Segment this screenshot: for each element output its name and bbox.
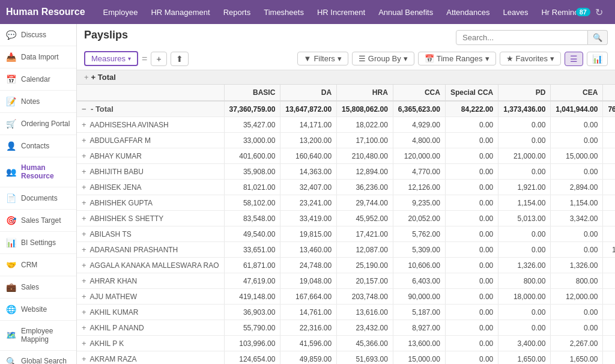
row-expand-icon[interactable]: + <box>82 308 86 317</box>
row-value-5: 0.00 <box>498 242 551 258</box>
table-row[interactable]: +ADARASANI PRASHANTH33,651.0013,460.0012… <box>77 242 615 258</box>
filters-chevron-icon: ▾ <box>338 54 342 63</box>
payslips-table-wrapper[interactable]: BASIC DA HRA CCA Special CCA PD CEA CSA … <box>77 85 615 364</box>
nav-employee[interactable]: Employee <box>97 5 144 19</box>
row-value-7: 0.00 <box>603 258 615 273</box>
search-button[interactable]: 🔍 <box>588 30 608 45</box>
row-expand-icon[interactable]: + <box>82 120 86 129</box>
row-value-6: 2,894.00 <box>551 180 603 195</box>
global-search-icon: 🔍 <box>6 357 16 364</box>
grand-total-collapse-icon[interactable]: − <box>82 105 86 114</box>
time-ranges-button[interactable]: 📅 Time Ranges ▾ <box>418 52 496 65</box>
sidebar-item-sales-target[interactable]: 🎯 Sales Target <box>0 210 76 232</box>
row-employee-name: +ADARASANI PRASHANTH <box>77 242 224 258</box>
row-value-0: 47,619.00 <box>224 273 280 289</box>
row-value-6: 1,650.00 <box>551 351 603 365</box>
nav-annual-benefits[interactable]: Annual Benefits <box>372 5 439 19</box>
filters-button[interactable]: ▼ Filters ▾ <box>297 52 348 65</box>
sidebar-item-sales[interactable]: 💼 Sales <box>0 276 76 299</box>
row-expand-icon[interactable]: + <box>82 339 86 348</box>
row-expand-icon[interactable]: + <box>82 151 86 160</box>
table-row[interactable]: +ABHAY KUMAR401,600.00160,640.00210,480.… <box>77 148 615 164</box>
table-row[interactable]: +ABDULGAFFAR M33,000.0013,200.0017,100.0… <box>77 133 615 148</box>
nav-reports[interactable]: Reports <box>217 5 257 19</box>
upload-button[interactable]: ⬆ <box>171 52 189 66</box>
sidebar-item-calendar[interactable]: 📅 Calendar <box>0 68 76 91</box>
chart-view-button[interactable]: 📊 <box>587 52 608 66</box>
row-expand-icon[interactable]: + <box>82 245 86 254</box>
table-row[interactable]: +AKHIL P ANAND55,790.0022,316.0023,432.0… <box>77 320 615 336</box>
row-expand-icon[interactable]: + <box>82 292 86 301</box>
row-value-2: 29,744.00 <box>337 195 393 211</box>
sidebar-item-human-resource[interactable]: 👥 Human Resource <box>0 157 76 187</box>
row-expand-icon[interactable]: + <box>82 136 86 145</box>
row-expand-icon[interactable]: + <box>82 354 86 363</box>
row-value-6: 12,000.00 <box>551 289 603 305</box>
nav-timesheets[interactable]: Timesheets <box>258 5 310 19</box>
nav-hr-management[interactable]: HR Management <box>145 5 216 19</box>
row-expand-icon[interactable]: + <box>82 276 86 285</box>
sidebar-item-notes[interactable]: 📝 Notes <box>0 91 76 113</box>
col-header-basic: BASIC <box>224 85 280 101</box>
grand-total-pd: 1,373,436.00 <box>498 101 551 117</box>
table-row[interactable]: +ABHISHEK S SHETTY83,548.0033,419.0045,9… <box>77 211 615 226</box>
table-row[interactable]: +ABHISHEK GUPTA58,102.0023,241.0029,744.… <box>77 195 615 211</box>
nav-hr-reminder[interactable]: Hr Reminder <box>535 5 575 19</box>
row-value-2: 25,190.00 <box>337 258 393 273</box>
table-row[interactable]: +ABILASH TS49,540.0019,815.0017,421.005,… <box>77 226 615 242</box>
group-by-button[interactable]: ☰ Group By ▾ <box>352 52 414 65</box>
grand-total-label: − - Total <box>77 101 224 117</box>
sidebar-item-bi-settings[interactable]: 📊 BI Settings <box>0 232 76 254</box>
row-value-6: 0.00 <box>551 305 603 320</box>
sidebar-item-data-import[interactable]: 📥 Data Import <box>0 46 76 68</box>
refresh-icon[interactable]: ↻ <box>595 7 603 18</box>
notification-badge[interactable]: 87 <box>576 8 590 16</box>
sidebar-item-documents[interactable]: 📄 Documents <box>0 187 76 210</box>
table-row[interactable]: +AHRAR KHAN47,619.0019,048.0020,157.006,… <box>77 273 615 289</box>
table-row[interactable]: +AADHISESHA AVINASH35,427.0014,171.0018,… <box>77 117 615 133</box>
nav-leaves[interactable]: Leaves <box>497 5 535 19</box>
nav-hr-increment[interactable]: HR Increment <box>311 5 371 19</box>
sidebar-item-website[interactable]: 🌐 Website <box>0 299 76 321</box>
measures-button[interactable]: Measures ▾ <box>84 51 138 66</box>
table-row[interactable]: +ABHIJITH BABU35,908.0014,363.0012,894.0… <box>77 164 615 180</box>
row-expand-icon[interactable]: + <box>82 323 86 332</box>
sidebar-item-contacts[interactable]: 👤 Contacts <box>0 135 76 157</box>
row-expand-icon[interactable]: + <box>82 261 86 270</box>
row-expand-icon[interactable]: + <box>82 214 86 223</box>
list-view-button[interactable]: ☰ <box>565 52 583 66</box>
row-expand-icon[interactable]: + <box>82 229 86 238</box>
sidebar-item-employee-mapping[interactable]: 🗺️ Employee Mapping <box>0 321 76 351</box>
row-expand-icon[interactable]: + <box>82 167 86 176</box>
sidebar-item-discuss[interactable]: 💬 Discuss <box>0 24 76 46</box>
row-value-0: 58,102.00 <box>224 195 280 211</box>
nav-attendances[interactable]: Attendances <box>440 5 495 19</box>
table-row[interactable]: +AGGALA KANAKA MALLESWARA RAO61,871.0024… <box>77 258 615 273</box>
row-value-3: 4,929.00 <box>393 117 445 133</box>
table-row[interactable]: +AJU MATHEW419,148.00167,664.00203,748.0… <box>77 289 615 305</box>
table-row[interactable]: +AKHIL KUMAR36,903.0014,761.0013,616.005… <box>77 305 615 320</box>
row-value-1: 22,316.00 <box>280 320 337 336</box>
row-employee-name: +AGGALA KANAKA MALLESWARA RAO <box>77 258 224 273</box>
row-expand-icon[interactable]: + <box>82 183 86 192</box>
favorites-button[interactable]: ★ Favorites ▾ <box>500 52 561 65</box>
add-measure-button[interactable]: + <box>151 52 166 66</box>
group-by-icon: ☰ <box>359 54 366 63</box>
search-input[interactable] <box>456 30 588 45</box>
row-value-6: 2,267.00 <box>551 336 603 351</box>
table-row[interactable]: +AKHIL P K103,996.0041,596.0045,366.0013… <box>77 336 615 351</box>
sidebar-item-ordering-portal[interactable]: 🛒 Ordering Portal <box>0 113 76 135</box>
row-value-1: 41,596.00 <box>280 336 337 351</box>
row-value-0: 81,021.00 <box>224 180 280 195</box>
row-value-1: 24,748.00 <box>280 258 337 273</box>
table-row[interactable]: +AKRAM RAZA124,654.0049,859.0051,693.001… <box>77 351 615 365</box>
row-value-0: 33,000.00 <box>224 133 280 148</box>
sidebar-item-global-search[interactable]: 🔍 Global Search <box>0 351 76 364</box>
row-expand-icon[interactable]: + <box>82 198 86 207</box>
table-row[interactable]: +ABHISEK JENA81,021.0032,407.0036,236.00… <box>77 180 615 195</box>
total-expand-icon[interactable]: + <box>84 73 89 82</box>
group-by-chevron-icon: ▾ <box>404 54 408 63</box>
row-value-7: 0.00 <box>603 289 615 305</box>
sidebar-item-crm[interactable]: 🤝 CRM <box>0 254 76 276</box>
contacts-icon: 👤 <box>6 141 16 151</box>
